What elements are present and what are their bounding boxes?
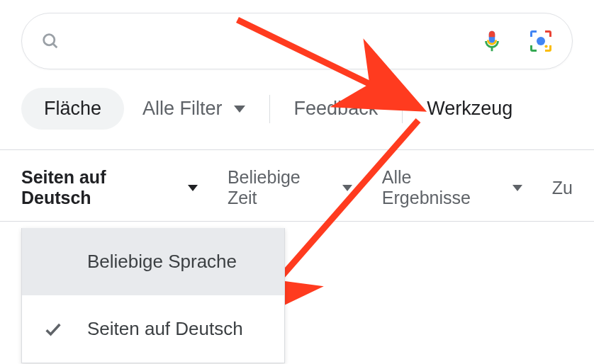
dropdown-label: Beliebige Zeit [228, 167, 334, 208]
tab-tools[interactable]: Werkzeug [408, 88, 531, 130]
menu-item-label: Beliebige Sprache [87, 251, 237, 273]
svg-point-0 [44, 35, 55, 45]
divider [269, 95, 270, 123]
separator [0, 221, 594, 222]
tab-label: Werkzeug [427, 98, 512, 120]
chevron-down-icon [188, 185, 198, 191]
menu-item-label: Seiten auf Deutsch [87, 318, 243, 340]
chevron-down-icon [342, 185, 352, 191]
dropdown-label: Zu [552, 178, 573, 198]
chip-label: Fläche [44, 98, 101, 120]
mic-icon[interactable] [480, 29, 504, 53]
search-icon [40, 31, 60, 51]
tab-feedback[interactable]: Feedback [276, 88, 397, 130]
menu-item-any-language[interactable]: Beliebige Sprache [22, 228, 284, 295]
lens-icon[interactable] [528, 28, 554, 54]
svg-point-2 [537, 37, 545, 45]
search-right-icons [480, 28, 554, 54]
language-menu: Beliebige Sprache Seiten auf Deutsch [21, 228, 285, 363]
dropdown-reset[interactable]: Zu [552, 178, 573, 198]
chevron-down-icon [512, 185, 522, 191]
tab-all-filters[interactable]: Alle Filter [124, 88, 264, 130]
dropdown-language[interactable]: Seiten auf Deutsch [21, 167, 198, 208]
search-input[interactable] [70, 32, 470, 50]
divider [402, 95, 403, 123]
tools-row: Seiten auf Deutsch Beliebige Zeit Alle E… [0, 150, 594, 221]
search-bar[interactable] [21, 13, 573, 69]
tab-label: Feedback [294, 98, 379, 120]
chip-flaeche[interactable]: Fläche [21, 88, 124, 130]
dropdown-label: Alle Ergebnisse [382, 167, 504, 208]
dropdown-time[interactable]: Beliebige Zeit [228, 167, 352, 208]
tab-label: Alle Filter [142, 98, 223, 120]
chevron-down-icon [234, 106, 245, 113]
svg-point-3 [544, 45, 547, 47]
filter-tabs: Fläche Alle Filter Feedback Werkzeug [21, 88, 573, 130]
dropdown-results[interactable]: Alle Ergebnisse [382, 167, 522, 208]
dropdown-label: Seiten auf Deutsch [21, 167, 179, 208]
svg-line-1 [53, 44, 57, 48]
menu-item-german[interactable]: Seiten auf Deutsch [22, 295, 284, 363]
check-icon [43, 319, 63, 339]
